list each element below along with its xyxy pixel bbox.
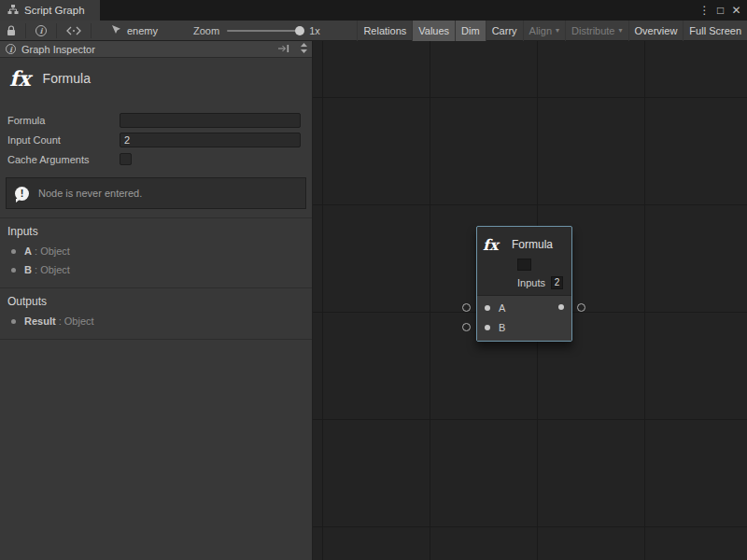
- carry-button[interactable]: Carry: [486, 21, 523, 41]
- port-label-b: B: [499, 322, 505, 333]
- kebab-menu-icon[interactable]: ⋮: [697, 2, 712, 19]
- formula-node-header[interactable]: fx Formula Inputs 2: [477, 227, 571, 295]
- port-row-b: B: [477, 317, 571, 337]
- dock-icon[interactable]: [277, 44, 289, 55]
- spinner-icon[interactable]: [300, 42, 308, 56]
- zoom-slider-handle[interactable]: [295, 26, 304, 35]
- relations-button[interactable]: Relations: [357, 21, 412, 41]
- warning-text: Node is never entered.: [38, 188, 142, 199]
- info-icon[interactable]: i: [29, 21, 53, 41]
- inspector-fields: Formula Input Count Cache Arguments: [0, 110, 312, 169]
- node-inputs-label: Inputs: [517, 277, 545, 288]
- align-button[interactable]: Align: [523, 21, 565, 41]
- formula-node[interactable]: fx Formula Inputs 2 A B: [476, 226, 572, 342]
- input-port-a-outer-circle[interactable]: [462, 303, 471, 312]
- toolbar: i enemy Zoom 1x Relations Values Dim Car…: [0, 21, 747, 41]
- lock-icon[interactable]: [0, 21, 22, 41]
- cache-arguments-checkbox[interactable]: [120, 153, 132, 165]
- inspected-node-titlebar: fx Formula: [0, 58, 312, 99]
- pin-text: Result : Object: [24, 315, 94, 327]
- distribute-button[interactable]: Distribute: [565, 21, 627, 41]
- close-icon[interactable]: ✕: [728, 2, 744, 19]
- graph-cursor-icon: [111, 24, 121, 36]
- outputs-heading: Outputs: [0, 288, 312, 312]
- input-pin-a: A : Object: [0, 242, 312, 260]
- port-dot-icon: [11, 249, 16, 254]
- titlebar: Script Graph ⋮ □ ✕: [0, 0, 747, 21]
- fx-icon: fx: [483, 236, 512, 254]
- full-screen-button[interactable]: Full Screen: [683, 21, 747, 41]
- graph-inspector-panel: i Graph Inspector fx Formula Formula Inp…: [0, 41, 313, 560]
- formula-field-label: Formula: [7, 115, 120, 126]
- fx-icon: fx: [9, 66, 31, 91]
- formula-node-ports: A B: [477, 295, 571, 341]
- output-port-result-icon[interactable]: [558, 304, 564, 310]
- overview-button[interactable]: Overview: [628, 21, 684, 41]
- tab-title: Script Graph: [24, 5, 85, 16]
- input-count-input[interactable]: [120, 133, 301, 147]
- pin-text: A : Object: [24, 245, 70, 257]
- toolbar-separator: [91, 23, 92, 38]
- input-port-a-icon[interactable]: [485, 305, 490, 311]
- zoom-value: 1x: [309, 25, 320, 36]
- inspector-header: i Graph Inspector: [0, 41, 312, 58]
- maximize-icon[interactable]: □: [712, 2, 728, 19]
- code-icon[interactable]: [60, 21, 88, 41]
- warning-box: ! Node is never entered.: [6, 177, 306, 209]
- window-controls: ⋮ □ ✕: [697, 0, 747, 21]
- output-pin-result: Result : Object: [0, 312, 312, 330]
- inputs-heading: Inputs: [0, 218, 312, 242]
- cache-arguments-label: Cache Arguments: [7, 154, 120, 165]
- graph-canvas[interactable]: fx Formula Inputs 2 A B: [313, 41, 747, 560]
- port-row-a: A: [477, 298, 571, 317]
- formula-input[interactable]: [120, 113, 301, 128]
- input-port-b-outer-circle[interactable]: [462, 323, 471, 331]
- warning-icon: !: [15, 187, 29, 201]
- input-pin-b: B : Object: [0, 260, 312, 279]
- script-graph-icon: [7, 4, 19, 17]
- graph-breadcrumb[interactable]: enemy: [111, 24, 158, 36]
- port-dot-icon: [11, 268, 16, 273]
- toolbar-separator: [25, 23, 26, 38]
- zoom-label: Zoom: [193, 25, 219, 36]
- inspector-header-title: Graph Inspector: [21, 44, 95, 55]
- dim-button[interactable]: Dim: [455, 21, 486, 41]
- inspected-node-title: Formula: [43, 71, 91, 86]
- node-title: Formula: [512, 238, 553, 251]
- zoom-control: Zoom 1x: [193, 25, 320, 36]
- toolbar-separator: [56, 23, 57, 38]
- zoom-slider[interactable]: [227, 30, 302, 32]
- input-count-label: Input Count: [7, 134, 120, 146]
- formula-field-row: Formula: [0, 110, 312, 130]
- cache-arguments-field-row: Cache Arguments: [0, 149, 312, 169]
- port-dot-icon: [11, 319, 16, 324]
- toolbar-buttons: Relations Values Dim Carry Align Distrib…: [357, 21, 747, 41]
- node-input-count[interactable]: 2: [551, 276, 563, 289]
- titlebar-spacer: [100, 0, 697, 21]
- divider: [0, 339, 312, 340]
- pin-text: B : Object: [24, 264, 70, 275]
- node-formula-input[interactable]: [517, 259, 531, 271]
- inspector-info-icon: i: [6, 44, 16, 54]
- port-label-a: A: [499, 302, 505, 314]
- output-port-result-outer-circle[interactable]: [577, 303, 585, 312]
- tab-script-graph[interactable]: Script Graph: [0, 0, 100, 21]
- input-port-b-icon[interactable]: [485, 325, 490, 330]
- input-count-field-row: Input Count: [0, 130, 312, 149]
- graph-name: enemy: [127, 25, 158, 36]
- values-button[interactable]: Values: [412, 21, 455, 41]
